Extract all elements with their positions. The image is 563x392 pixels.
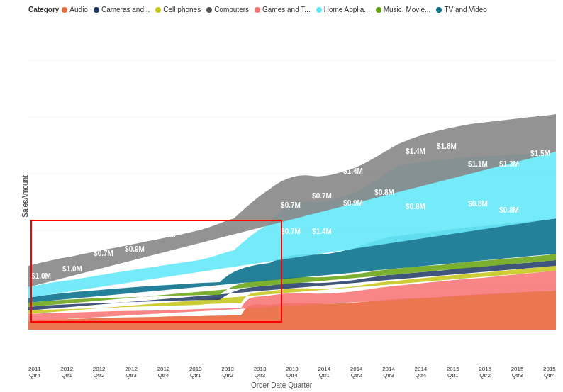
svg-text:$0.8M: $0.8M: [406, 203, 425, 211]
x-tick-6: 2013Qtr2: [221, 366, 234, 379]
x-axis-label: Order Date Quarter: [251, 381, 312, 389]
svg-text:$0.8M: $0.8M: [499, 206, 519, 214]
svg-text:$1.4M: $1.4M: [312, 228, 332, 235]
legend-item-audio: Audio: [62, 6, 88, 13]
legend-dot-computers: [206, 7, 212, 13]
legend-item-music: Music, Movie...: [376, 6, 431, 13]
x-axis-ticks: 2011Qtr4 2012Qtr1 2012Qtr2 2012Qtr3 2012…: [28, 366, 556, 379]
svg-text:$0.7M: $0.7M: [281, 228, 301, 235]
svg-text:$1.4M: $1.4M: [406, 147, 425, 155]
x-tick-5: 2013Qtr1: [189, 366, 202, 379]
chart-legend: Category Audio Cameras and... Cell phone…: [28, 6, 493, 13]
svg-text:$1.1M: $1.1M: [156, 231, 176, 239]
svg-text:$1.5M: $1.5M: [530, 150, 550, 157]
legend-item-home: Home Applia...: [316, 6, 370, 13]
x-tick-14: 2015Qtr2: [479, 366, 491, 379]
legend-text-cameras: Cameras and...: [101, 6, 150, 13]
svg-text:$1.3M: $1.3M: [499, 160, 519, 168]
x-tick-10: 2014Qtr2: [350, 366, 363, 379]
chart-container: Category Audio Cameras and... Cell phone…: [0, 0, 563, 392]
chart-svg: $2.5M $2.0M $1.5M $1.0M $0.5M $0M $1.0M …: [28, 25, 556, 357]
x-tick-7: 2013Qtr3: [254, 366, 267, 379]
legend-text-games: Games and T...: [262, 6, 311, 13]
legend-dot-games: [255, 7, 260, 13]
x-tick-9: 2014Qtr1: [318, 366, 330, 379]
svg-text:$1.9M: $1.9M: [374, 139, 394, 147]
svg-text:$1.1M: $1.1M: [187, 220, 207, 228]
legend-text-home: Home Applia...: [324, 6, 370, 13]
x-tick-12: 2014Qtr4: [415, 366, 428, 379]
x-tick-8: 2013Qtr4: [286, 366, 299, 379]
legend-text-tv: TV and Video: [444, 6, 486, 13]
svg-text:$0.7M: $0.7M: [312, 192, 332, 200]
x-tick-15: 2015Qtr3: [511, 366, 524, 379]
legend-dot-cameras: [94, 7, 99, 13]
svg-text:$1.8M: $1.8M: [437, 142, 457, 150]
svg-text:$0.8M: $0.8M: [374, 189, 394, 196]
svg-text:$2.3M: $2.3M: [218, 193, 238, 201]
svg-text:$0.9M: $0.9M: [343, 199, 363, 207]
y-axis-label: SalesAmount: [21, 175, 29, 217]
legend-item-computers: Computers: [206, 6, 249, 13]
legend-text-cellphones: Cell phones: [163, 6, 201, 13]
svg-text:$0.9M: $0.9M: [125, 245, 145, 253]
legend-dot-music: [376, 7, 381, 13]
svg-text:$0.8M: $0.8M: [468, 200, 488, 208]
chart-area: $2.5M $2.0M $1.5M $1.0M $0.5M $0M $1.0M …: [28, 25, 556, 357]
legend-dot-home: [316, 7, 322, 13]
svg-text:$0.7M: $0.7M: [281, 201, 301, 209]
legend-dot-cellphones: [155, 7, 161, 13]
legend-item-games: Games and T...: [255, 6, 311, 13]
legend-text-music: Music, Movie...: [384, 6, 431, 13]
svg-text:$1.0M: $1.0M: [31, 272, 51, 280]
legend-item-cellphones: Cell phones: [155, 6, 201, 13]
legend-text-audio: Audio: [69, 6, 88, 13]
x-tick-1: 2012Qtr1: [60, 366, 73, 379]
x-tick-11: 2014Qtr3: [382, 366, 395, 379]
legend-dot-audio: [62, 7, 67, 13]
svg-text:$1.1M: $1.1M: [468, 160, 488, 168]
svg-text:$0.7M: $0.7M: [94, 250, 113, 257]
svg-text:$1.3M: $1.3M: [250, 181, 269, 189]
legend-dot-tv: [436, 7, 442, 13]
x-tick-0: 2011Qtr4: [28, 366, 41, 379]
svg-text:$1.0M: $1.0M: [62, 265, 82, 273]
x-tick-2: 2012Qtr2: [93, 366, 106, 379]
x-tick-4: 2012Qtr4: [157, 366, 170, 379]
legend-text-computers: Computers: [214, 6, 249, 13]
legend-category-label: Category: [28, 6, 59, 13]
x-tick-13: 2015Qtr1: [447, 366, 459, 379]
svg-text:$1.4M: $1.4M: [343, 167, 363, 175]
legend-item-tv: TV and Video: [436, 6, 486, 13]
x-tick-3: 2012Qtr3: [125, 366, 138, 379]
x-tick-16: 2015Qtr4: [543, 366, 556, 379]
legend-item-cameras: Cameras and...: [94, 6, 150, 13]
